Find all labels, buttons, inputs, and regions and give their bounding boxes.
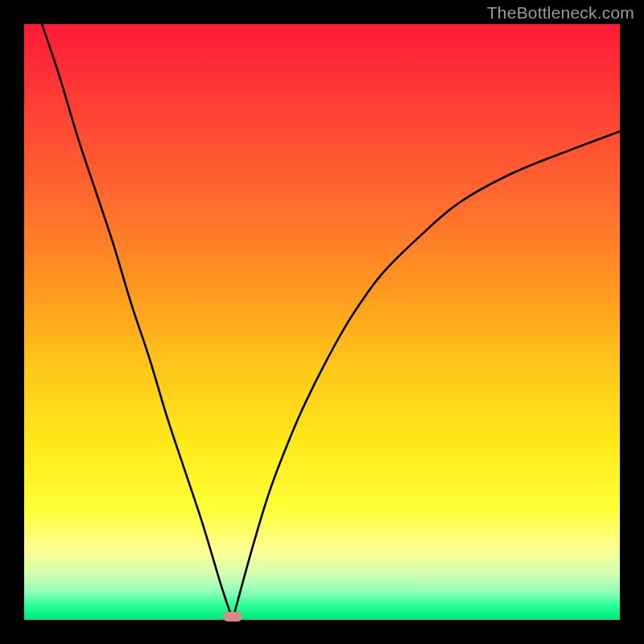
curve-svg bbox=[24, 24, 620, 620]
curve-right-branch bbox=[233, 131, 620, 620]
curve-left-branch bbox=[42, 24, 233, 620]
chart-frame: TheBottleneck.com bbox=[0, 0, 644, 644]
plot-area bbox=[24, 24, 620, 620]
minimum-marker bbox=[223, 612, 242, 621]
watermark-text: TheBottleneck.com bbox=[487, 3, 634, 23]
